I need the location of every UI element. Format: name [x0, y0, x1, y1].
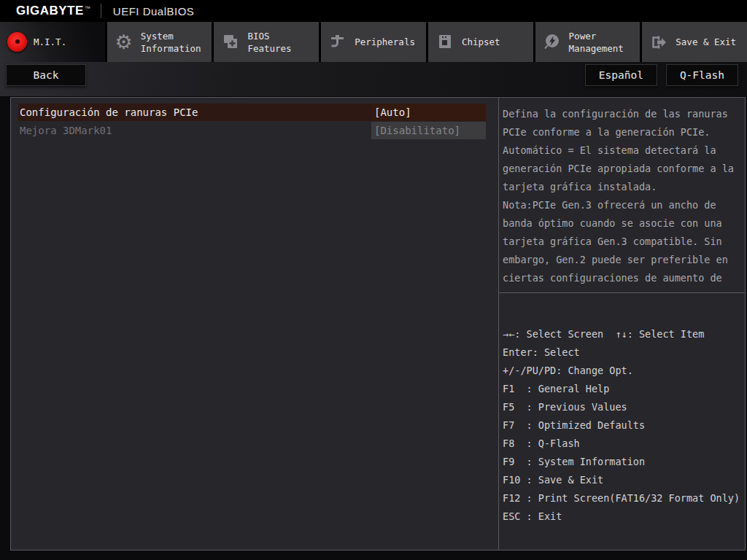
help-pane: Defina la configuración de las ranuras P…	[499, 98, 745, 550]
help-line: generación PCIe apropiada conforme a la	[503, 160, 743, 178]
setting-label: Configuración de ranuras PCIe	[18, 106, 371, 118]
shortcut-line: F9 : System Information	[503, 453, 743, 471]
content-panel: Configuración de ranuras PCIe [Auto] Mej…	[10, 97, 746, 551]
setting-value: [Disabilitato]	[371, 122, 486, 139]
bios-title: UEFI DualBIOS	[113, 5, 195, 18]
tab-label: BIOS Features	[247, 30, 319, 55]
tab-system-information[interactable]: ⚙ System Information	[107, 22, 212, 62]
setting-label: Mejora 3DMark01	[18, 125, 371, 136]
main-area: Configuración de ranuras PCIe [Auto] Mej…	[0, 97, 747, 560]
help-line: embargo, Gen.2 puede ser preferible en	[503, 251, 743, 269]
chipset-icon	[434, 31, 456, 53]
keyboard-shortcuts: →←: Select Screen ↑↓: Select Item Enter:…	[499, 293, 745, 526]
bios-chip-icon	[220, 31, 241, 53]
tab-label: M.I.T.	[34, 36, 66, 48]
header-divider	[101, 4, 101, 18]
item-help-text: Defina la configuración de las ranuras P…	[499, 98, 745, 292]
sub-toolbar: Back Español Q-Flash	[0, 62, 747, 97]
shortcut-line: F5 : Previous Values	[503, 398, 743, 416]
settings-list: Configuración de ranuras PCIe [Auto] Mej…	[11, 98, 498, 550]
qflash-button[interactable]: Q-Flash	[666, 64, 738, 86]
tab-power-management[interactable]: Power Management	[535, 22, 640, 62]
language-button[interactable]: Español	[585, 64, 657, 86]
power-bolt-icon	[541, 31, 563, 53]
gigabyte-logo: GIGABYTE™	[16, 4, 90, 18]
save-exit-icon	[648, 31, 670, 53]
help-line: Nota:PCIe Gen.3 ofrecerá un ancho de	[503, 196, 743, 214]
tab-label: Chipset	[462, 36, 500, 48]
setting-value: [Auto]	[371, 104, 486, 121]
tab-label: System Information	[141, 30, 212, 55]
tab-peripherals[interactable]: Peripherals	[321, 22, 426, 62]
shortcut-line: F10 : Save & Exit	[503, 471, 743, 489]
shortcut-line: →←: Select Screen ↑↓: Select Item	[503, 325, 743, 343]
help-line: tarjeta gráfica instalada.	[503, 178, 743, 196]
tab-label: Peripherals	[355, 36, 415, 48]
back-button[interactable]: Back	[6, 64, 86, 86]
tab-chipset[interactable]: Chipset	[428, 22, 533, 62]
shortcut-line: F1 : General Help	[503, 380, 743, 398]
mit-dial-icon	[6, 31, 28, 53]
help-line: Automático = El sistema detectará la	[503, 141, 743, 160]
help-line: ciertas configuraciones de aumento de	[503, 269, 743, 287]
shortcut-line: F12 : Print Screen(FAT16/32 Format Only)	[503, 489, 743, 508]
tab-mit[interactable]: M.I.T.	[0, 22, 105, 62]
tab-bios-features[interactable]: BIOS Features	[214, 22, 319, 62]
peripherals-icon	[327, 31, 349, 53]
tab-label: Power Management	[569, 30, 640, 55]
bios-screen: GIGABYTE™ UEFI DualBIOS M.I.T. ⚙ System …	[0, 0, 747, 560]
tab-label: Save & Exit	[676, 36, 736, 48]
top-header: GIGABYTE™ UEFI DualBIOS	[0, 0, 747, 22]
gear-icon: ⚙	[113, 31, 135, 53]
setting-row-3dmark01-enhancement[interactable]: Mejora 3DMark01 [Disabilitato]	[18, 122, 486, 139]
help-line: tarjeta gráfica Gen.3 compatible. Sin	[503, 233, 743, 251]
help-line: banda óptimo cuando se asocie con una	[503, 214, 743, 233]
help-line: Defina la configuración de las ranuras	[503, 105, 743, 123]
shortcut-line: F8 : Q-Flash	[503, 435, 743, 453]
tab-save-exit[interactable]: Save & Exit	[642, 22, 747, 62]
shortcut-line: ESC : Exit	[503, 508, 743, 526]
shortcut-line: +/-/PU/PD: Change Opt.	[503, 362, 743, 380]
shortcut-line: F7 : Optimized Defaults	[503, 416, 743, 435]
setting-row-pcie-slot-configuration[interactable]: Configuración de ranuras PCIe [Auto]	[18, 104, 486, 121]
help-line: PCIe conforme a la generación PCIe.	[503, 123, 743, 141]
tab-bar: M.I.T. ⚙ System Information BIOS Feature…	[0, 22, 747, 62]
shortcut-line: Enter: Select	[503, 343, 743, 362]
